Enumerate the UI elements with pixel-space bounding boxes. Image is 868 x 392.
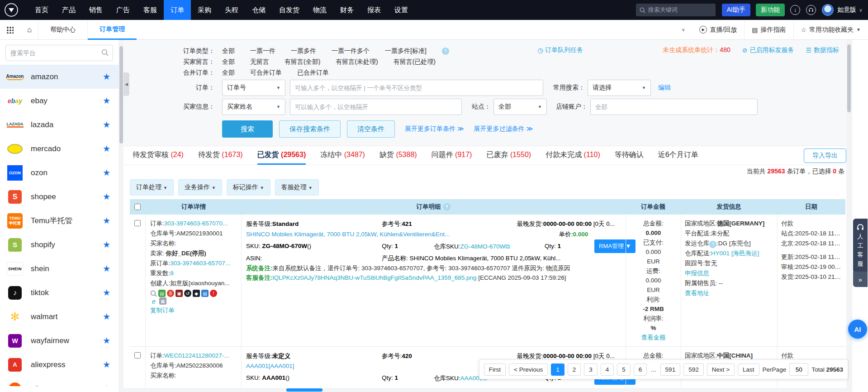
platform-item-shopee[interactable]: S shopee ★ [0, 185, 119, 209]
warehouse-sku-link[interactable]: ZG-48MO-670W [460, 243, 506, 250]
download-icon[interactable]: ↓ [790, 5, 800, 15]
hot-icon[interactable]: 8 [167, 290, 174, 297]
nav-item-home[interactable]: 首页 [28, 0, 55, 20]
more-order-conditions-link[interactable]: 展开更多订单条件 ≫ [405, 125, 464, 133]
copy-doc-icon[interactable]: ⧉ [505, 243, 510, 250]
page-6-button[interactable]: 6 [634, 363, 647, 376]
ai-floating-button[interactable]: AI [848, 320, 867, 339]
nav-item-self-shipping[interactable]: 自发货 [272, 0, 306, 20]
buyer-input[interactable] [290, 99, 462, 115]
favorite-star-icon[interactable]: ★ [103, 191, 110, 202]
platform-item-lazada[interactable]: LAZADA lazada ★ [0, 113, 119, 137]
tab-frozen[interactable]: 冻结中 (3487) [320, 150, 365, 165]
nav-item-customer-service[interactable]: 客服 [137, 0, 164, 20]
warehouse-delivery-link[interactable]: HY001 [海邑海运] [711, 250, 759, 257]
doc-icon[interactable]: ▤ [201, 290, 209, 297]
nav-item-warehouse[interactable]: 仓储 [245, 0, 272, 20]
select-all-checkbox[interactable] [134, 204, 141, 210]
favorite-star-icon[interactable]: ★ [103, 335, 110, 346]
first-page-button[interactable]: First [484, 363, 506, 376]
order-number-input[interactable] [290, 80, 543, 96]
home-icon[interactable]: ⌂ [27, 25, 32, 34]
new-features-button[interactable]: 新功能 [756, 4, 785, 16]
guide-link[interactable]: ▤ 操作指南 [745, 20, 793, 39]
platform-item-wayfairnew[interactable]: W wayfairnew ★ [0, 329, 119, 353]
user-avatar[interactable] [822, 4, 834, 16]
receipt-icon[interactable]: ▤ [158, 290, 166, 297]
flag-service-link[interactable]: ⊘已启用标发服务 [742, 46, 794, 54]
tab-last-6-months[interactable]: 近6个月订单 [658, 150, 698, 165]
help-icon[interactable]: ? [709, 241, 716, 248]
nav-item-reports[interactable]: 报表 [360, 0, 388, 20]
tab-out-of-stock[interactable]: 缺货 (5388) [379, 150, 417, 165]
row-checkbox[interactable] [134, 220, 141, 226]
favorite-star-icon[interactable]: ★ [103, 263, 110, 274]
nav-item-orders[interactable]: 订单 [164, 0, 191, 20]
favorite-star-icon[interactable]: ★ [103, 287, 110, 298]
tab-awaiting-confirm[interactable]: 等待确认 [615, 150, 644, 165]
tab-payment-incomplete[interactable]: 付款未完成 (110) [545, 150, 600, 165]
order-type-single[interactable]: 一票一件 [250, 47, 275, 55]
platform-item-aliexpress[interactable]: A aliexpress ★ [0, 353, 119, 377]
collapse-chevron-icon[interactable]: ∨ [674, 20, 692, 39]
platform-item-temu[interactable]: TEMU半托管 Temu半托管 ★ [0, 209, 119, 233]
site-select[interactable]: 全部▼ [493, 99, 547, 115]
platform-item-shein[interactable]: SHEIN shein ★ [0, 257, 119, 281]
platform-item-tiktok[interactable]: ♪ tiktok ★ [0, 281, 119, 305]
msg-none[interactable]: 无留言 [250, 58, 269, 66]
resend-count-link[interactable]: 8 [170, 270, 174, 277]
perpage-input[interactable] [789, 363, 808, 376]
favorite-star-icon[interactable]: ★ [103, 215, 110, 226]
favorite-star-icon[interactable]: ★ [103, 359, 110, 370]
row-checkbox[interactable] [134, 352, 141, 359]
help-icon[interactable]: ? [442, 48, 449, 55]
order-number-link[interactable]: 303-3974603-657070... [164, 220, 228, 227]
expand-rail-button[interactable]: » [853, 272, 868, 287]
favorite-star-icon[interactable]: ★ [103, 239, 110, 250]
next-page-button[interactable]: Next > [707, 363, 735, 376]
cs-process-menu[interactable]: 客服处理▼ [275, 179, 319, 196]
nav-item-settings[interactable]: 设置 [388, 0, 415, 20]
order-number-type-select[interactable]: 订单号▼ [222, 80, 285, 96]
page-591-button[interactable]: 591 [660, 363, 681, 376]
nav-item-sales[interactable]: 销售 [82, 0, 109, 20]
favorite-star-icon[interactable]: ★ [103, 383, 110, 386]
platform-search-input[interactable] [5, 45, 113, 61]
tab-to-ship[interactable]: 待发货 (1673) [198, 150, 243, 165]
product-title-link[interactable]: SHINCO Mobiles Klimagerät, 7000 BTU 2,05… [246, 229, 526, 239]
favorite-star-icon[interactable]: ★ [103, 120, 110, 130]
nav-item-products[interactable]: 产品 [55, 0, 82, 20]
copy-order-link[interactable]: 复制订单 [150, 307, 175, 314]
platform-item-allegro[interactable]: a allegro ★ [0, 377, 119, 386]
nav-item-ads[interactable]: 广告 [109, 0, 137, 20]
content-vertical-scrollbar[interactable] [846, 40, 852, 392]
page-3-button[interactable]: 3 [584, 363, 598, 376]
tab-pending-review[interactable]: 待发货审核 (24) [133, 150, 184, 165]
order-queue-task-link[interactable]: ◷订单队列任务 [537, 46, 583, 54]
save-search-button[interactable]: 保存搜索条件 [279, 120, 341, 138]
page-5-button[interactable]: 5 [617, 363, 631, 376]
platform-item-walmart[interactable]: ✻ walmart ★ [0, 305, 119, 329]
favorite-star-icon[interactable]: ★ [103, 143, 110, 154]
msg-has-all[interactable]: 有留言(全部) [285, 58, 320, 66]
view-amount-link[interactable]: 查看金额 [641, 334, 666, 341]
favorite-star-icon[interactable]: ★ [103, 72, 110, 82]
page-1-button[interactable]: 1 [551, 363, 564, 376]
merge-done[interactable]: 已合并订单 [297, 69, 329, 77]
merge-all[interactable]: 全部 [222, 69, 235, 77]
help-icon[interactable]: ? [443, 203, 451, 210]
declare-info-link[interactable]: 申报信息 [685, 270, 709, 277]
common-search-select[interactable]: 请选择▼ [588, 80, 651, 96]
chevron-down-icon[interactable]: ∨ [859, 7, 863, 13]
order-type-multi-standard[interactable]: 一票多件[标准] [385, 47, 427, 55]
order-process-menu[interactable]: 订单处理▼ [130, 179, 174, 196]
cs-note-file-link[interactable]: lQLPKcXz0AJy78HNAq3NBU-wTuS8iUhBgFgIlSaS… [273, 274, 477, 281]
original-order-link[interactable]: 303-3974603-65707... [170, 260, 230, 267]
e-script-icon[interactable]: e [150, 297, 157, 305]
ai-assistant-button[interactable]: AI助手 [722, 4, 750, 16]
bag-icon[interactable]: ◆ [193, 290, 200, 297]
content-horizontal-scrollbar[interactable] [123, 388, 846, 392]
favorite-star-icon[interactable]: ★ [103, 167, 110, 178]
order-type-all[interactable]: 全部 [222, 47, 235, 55]
tab-discarded[interactable]: 已废弃 (1550) [486, 150, 531, 165]
